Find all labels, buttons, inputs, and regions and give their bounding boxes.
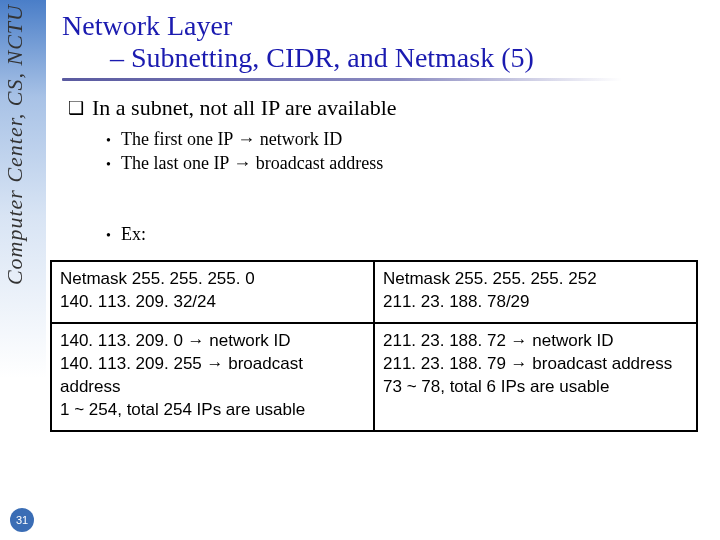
sub-bullet-text: The first one IP → network ID xyxy=(121,127,342,151)
dot-bullet-icon: • xyxy=(106,156,111,175)
page-number-badge: 31 xyxy=(10,508,34,532)
sub-bullet-item: • The first one IP → network ID xyxy=(106,127,702,151)
example-table: Netmask 255. 255. 255. 0 140. 113. 209. … xyxy=(50,260,698,432)
main-bullet: ❑ In a subnet, not all IP are available xyxy=(68,95,702,121)
table-row: 140. 113. 209. 0 → network ID 140. 113. … xyxy=(51,323,697,431)
slide-title-line2: – Subnetting, CIDR, and Netmask (5) xyxy=(62,42,702,74)
title-underline xyxy=(62,78,622,81)
example-bullet: • Ex: xyxy=(106,222,702,246)
table-cell: Netmask 255. 255. 255. 252 211. 23. 188.… xyxy=(374,261,697,323)
sub-bullet-text: The last one IP → broadcast address xyxy=(121,151,383,175)
table-row: Netmask 255. 255. 255. 0 140. 113. 209. … xyxy=(51,261,697,323)
slide-title-line1: Network Layer xyxy=(62,10,702,42)
example-label: Ex: xyxy=(121,222,146,246)
dot-bullet-icon: • xyxy=(106,227,111,246)
sub-bullet-item: • The last one IP → broadcast address xyxy=(106,151,702,175)
table-cell: Netmask 255. 255. 255. 0 140. 113. 209. … xyxy=(51,261,374,323)
slide-content: Network Layer – Subnetting, CIDR, and Ne… xyxy=(62,10,702,432)
sub-bullet-list: • The first one IP → network ID • The la… xyxy=(106,127,702,176)
side-label: Computer Center, CS, NCTU xyxy=(2,4,28,285)
table-cell: 211. 23. 188. 72 → network ID 211. 23. 1… xyxy=(374,323,697,431)
main-bullet-text: In a subnet, not all IP are available xyxy=(92,95,397,121)
table-cell: 140. 113. 209. 0 → network ID 140. 113. … xyxy=(51,323,374,431)
dot-bullet-icon: • xyxy=(106,132,111,151)
main-bullet-block: ❑ In a subnet, not all IP are available … xyxy=(68,95,702,246)
square-bullet-icon: ❑ xyxy=(68,95,84,121)
